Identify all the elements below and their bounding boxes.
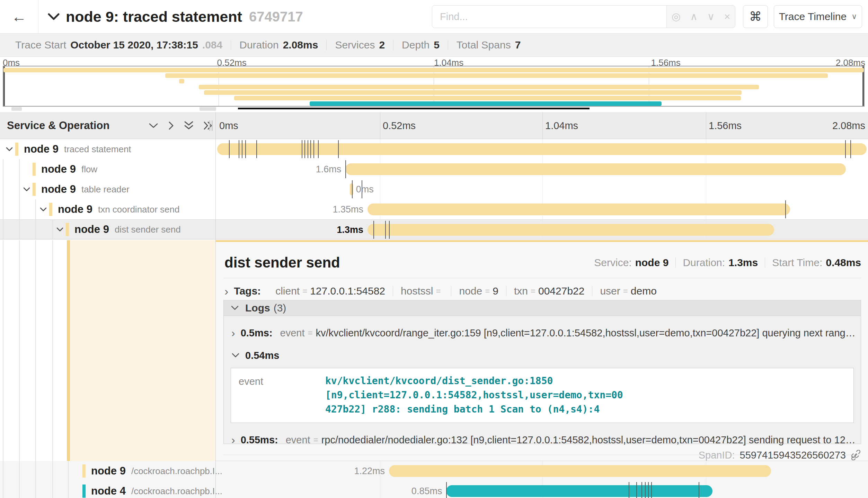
minimap-left-drag-handle[interactable] — [3, 66, 5, 106]
span-row-timeline-cell[interactable]: 0ms — [216, 179, 868, 199]
tag-key: hostssl — [401, 286, 433, 296]
span-row-timeline-cell[interactable]: 1.3ms — [216, 220, 868, 239]
span-row-timeline-cell[interactable]: 1.35ms — [216, 199, 868, 219]
span-row-timeline-cell[interactable] — [216, 139, 868, 159]
span-operation-name: txn coordinator send — [98, 204, 180, 215]
log-field-key: event — [280, 327, 305, 339]
tag-key: client — [275, 286, 300, 296]
trace-summary-bar: Trace StartOctober 15 2020, 17:38:15.084… — [0, 34, 868, 57]
span-operation-name: /cockroach.roachpb.I... — [131, 466, 222, 477]
meta-duration: Duration:1.3ms — [675, 257, 765, 268]
log-marker-tick — [699, 482, 699, 498]
trace-view-dropdown[interactable]: Trace Timeline ∨ — [774, 5, 862, 28]
tree-guide-line — [35, 240, 36, 461]
tree-guide-line — [52, 240, 53, 461]
span-row-name-cell[interactable]: node 4/cockroach.roachpb.I... — [0, 481, 215, 498]
span-row-timeline-cell[interactable]: 1.6ms — [216, 159, 868, 179]
keyboard-shortcuts-button[interactable]: ⌘ — [743, 5, 768, 28]
timeline-tick-label: 2.08ms — [832, 112, 865, 139]
span-row[interactable]: node 9flow1.6ms — [0, 159, 868, 179]
tree-guide-line — [19, 240, 20, 461]
timeline-gridline — [542, 179, 543, 199]
minimap-scrub-handle[interactable] — [200, 107, 216, 111]
span-bar[interactable] — [367, 203, 790, 215]
minimap-right-drag-handle[interactable] — [862, 66, 864, 106]
log-marker-tick — [245, 140, 246, 158]
logs-header[interactable]: Logs (3) — [224, 300, 861, 316]
chevron-down-icon — [231, 305, 239, 311]
log-timestamp: 0.55ms: — [241, 434, 278, 446]
tag-item[interactable]: user=demo — [592, 286, 664, 296]
span-detail-panel: dist sender send Service:node 9 Duration… — [216, 240, 868, 461]
log-entry-expanded-header[interactable]: 0.54ms — [224, 348, 861, 362]
tag-item[interactable]: txn=00427b22 — [506, 286, 592, 296]
back-button[interactable]: ← — [0, 0, 38, 33]
span-row-name-cell[interactable]: node 9/cockroach.roachpb.I... — [0, 461, 215, 481]
span-row[interactable]: node 9traced statement — [0, 139, 868, 159]
span-row[interactable]: node 9/cockroach.roachpb.I...1.22ms — [0, 461, 868, 481]
expand-one-icon[interactable] — [168, 121, 175, 130]
find-controls: ◎ ∧ ∨ × — [666, 6, 735, 28]
row-collapse-chevron-icon[interactable] — [39, 207, 47, 212]
minimap-scrub-handle[interactable] — [11, 107, 22, 111]
tag-item[interactable]: hostssl= — [393, 286, 451, 296]
prev-result-icon[interactable]: ∧ — [690, 11, 698, 22]
span-row-name-cell[interactable]: node 9flow — [0, 159, 215, 179]
span-service-name: node 9 — [41, 183, 76, 196]
span-service-name: node 4 — [91, 485, 126, 497]
span-duration-label: 0ms — [356, 179, 374, 199]
span-color-swatch — [82, 485, 86, 498]
span-row-timeline-cell[interactable]: 0.85ms — [216, 481, 868, 498]
next-result-icon[interactable]: ∨ — [707, 11, 715, 22]
summary-total-spans: Total Spans7 — [448, 40, 529, 50]
span-row-name-cell[interactable]: node 9dist sender send — [0, 220, 215, 239]
log-timestamp: 0.54ms — [245, 350, 279, 361]
tree-guide-line — [3, 461, 3, 481]
clear-search-icon[interactable]: × — [724, 11, 730, 22]
row-collapse-chevron-icon[interactable] — [23, 187, 30, 192]
span-row-name-cell[interactable]: node 9table reader — [0, 179, 215, 199]
span-bar[interactable] — [367, 224, 774, 236]
span-duration-label: 1.6ms — [272, 159, 341, 179]
link-icon[interactable] — [851, 450, 861, 460]
log-entry-collapsed[interactable]: › 0.5ms: event = kv/kvclient/kvcoord/ran… — [224, 325, 861, 341]
locate-icon[interactable]: ◎ — [672, 11, 681, 22]
find-input[interactable] — [432, 6, 666, 28]
chevron-right-icon: › — [224, 284, 228, 298]
tag-item[interactable]: client=127.0.0.1:54582 — [268, 286, 393, 296]
tag-item[interactable]: node=9 — [451, 286, 506, 296]
span-row-name-cell[interactable]: node 9traced statement — [0, 139, 215, 159]
timeline-gridline — [380, 179, 380, 199]
log-marker-tick — [352, 180, 353, 198]
span-row[interactable]: node 4/cockroach.roachpb.I...0.85ms — [0, 481, 868, 498]
selected-span-accent-bar — [67, 240, 70, 461]
command-icon: ⌘ — [749, 9, 762, 24]
span-bar[interactable] — [446, 485, 712, 497]
log-entry-collapsed[interactable]: › 0.55ms: event = rpc/nodedialer/nodedia… — [224, 432, 861, 448]
column-resizer-handle[interactable] — [209, 120, 213, 131]
log-field-key: event — [231, 374, 325, 416]
span-row-name-cell[interactable]: node 9txn coordinator send — [0, 199, 215, 219]
span-color-swatch — [33, 163, 36, 176]
span-row[interactable]: node 9table reader0ms — [0, 179, 868, 199]
span-bar[interactable] — [389, 465, 771, 477]
span-bar[interactable] — [345, 163, 846, 175]
collapse-trace-chevron-icon[interactable] — [48, 13, 60, 20]
minimap-canvas[interactable] — [3, 66, 865, 107]
meta-start-time: Start Time:0.48ms — [765, 257, 861, 268]
span-row[interactable]: node 9txn coordinator send1.35ms — [0, 199, 868, 219]
row-collapse-chevron-icon[interactable] — [6, 147, 13, 152]
minimap-scroll-indicator[interactable] — [238, 108, 590, 109]
span-row[interactable]: node 9dist sender send1.3ms — [0, 219, 868, 239]
collapse-one-icon[interactable] — [148, 122, 159, 129]
logs-title: Logs — [245, 302, 270, 314]
tree-guide-line — [3, 240, 3, 461]
row-collapse-chevron-icon[interactable] — [56, 227, 64, 232]
tags-row[interactable]: › Tags: client=127.0.0.1:54582hostssl=no… — [224, 283, 664, 299]
span-bar[interactable] — [217, 143, 867, 155]
span-row-timeline-cell[interactable]: 1.22ms — [216, 461, 868, 481]
log-marker-tick — [338, 140, 339, 158]
span-service-name: node 9 — [58, 203, 92, 216]
trace-id-short: 6749717 — [249, 9, 303, 25]
collapse-all-icon[interactable] — [184, 121, 194, 130]
